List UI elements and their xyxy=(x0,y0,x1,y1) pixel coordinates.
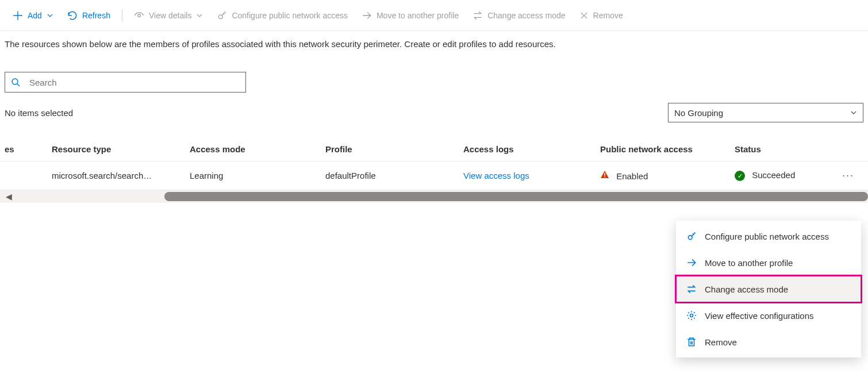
resources-table: es Resource type Access mode Profile Acc… xyxy=(0,137,868,203)
close-icon xyxy=(579,11,589,20)
add-label: Add xyxy=(28,11,42,20)
add-button[interactable]: Add xyxy=(7,7,59,24)
cell-pna: Enabled xyxy=(600,170,735,181)
view-details-label: View details xyxy=(149,11,191,20)
refresh-icon xyxy=(67,10,78,21)
move-profile-label: Move to another profile xyxy=(377,11,459,20)
row-actions-button[interactable]: ··· xyxy=(842,170,859,181)
selection-count: No items selected xyxy=(5,108,73,118)
column-header-partial[interactable]: es xyxy=(0,144,52,154)
search-box[interactable] xyxy=(5,72,246,93)
column-header-profile[interactable]: Profile xyxy=(325,144,463,154)
remove-button: Remove xyxy=(574,7,629,24)
column-header-access-logs[interactable]: Access logs xyxy=(463,144,600,154)
scroll-thumb[interactable] xyxy=(164,192,868,201)
page-description: The resources shown below are the member… xyxy=(0,31,868,49)
chevron-down-icon xyxy=(850,109,857,116)
eye-icon xyxy=(134,10,144,21)
toolbar-separator xyxy=(122,9,122,22)
column-header-access-mode[interactable]: Access mode xyxy=(190,144,325,154)
change-access-mode-button: Change access mode xyxy=(467,7,571,24)
column-header-status[interactable]: Status xyxy=(735,144,834,154)
view-details-button: View details xyxy=(128,7,209,24)
command-bar: Add Refresh View details Configure publi… xyxy=(0,0,868,31)
svg-point-0 xyxy=(138,14,141,17)
selection-grouping-row: No items selected No Grouping xyxy=(0,93,868,128)
plus-icon xyxy=(13,10,23,21)
cell-profile: defaultProfile xyxy=(325,171,463,180)
configure-pna-label: Configure public network access xyxy=(232,11,348,20)
remove-label: Remove xyxy=(593,11,623,20)
search-container xyxy=(0,49,868,93)
svg-rect-4 xyxy=(604,176,605,178)
grouping-dropdown[interactable]: No Grouping xyxy=(668,103,863,122)
refresh-label: Refresh xyxy=(82,11,110,20)
grouping-value: No Grouping xyxy=(674,108,723,118)
refresh-button[interactable]: Refresh xyxy=(62,7,116,24)
configure-pna-button: Configure public network access xyxy=(211,7,354,24)
move-profile-button: Move to another profile xyxy=(356,7,464,24)
cell-access-mode: Learning xyxy=(190,171,325,180)
scroll-left-arrow[interactable]: ◀ xyxy=(0,192,17,201)
table-header: es Resource type Access mode Profile Acc… xyxy=(0,137,868,161)
svg-rect-3 xyxy=(604,173,605,176)
chevron-down-icon xyxy=(196,12,203,19)
warning-icon xyxy=(600,170,609,179)
svg-point-2 xyxy=(12,79,18,84)
plug-icon xyxy=(217,10,227,21)
scroll-track[interactable] xyxy=(17,192,868,201)
success-icon: ✓ xyxy=(735,171,745,181)
cell-status: ✓ Succeeded xyxy=(735,170,834,182)
search-input[interactable] xyxy=(20,72,245,92)
arrow-right-icon xyxy=(362,10,372,21)
table-row[interactable]: microsoft.search/search… Learning defaul… xyxy=(0,161,868,190)
change-access-mode-label: Change access mode xyxy=(487,11,565,20)
swap-icon xyxy=(473,10,483,21)
chevron-down-icon xyxy=(47,12,53,19)
horizontal-scrollbar[interactable]: ◀ xyxy=(0,190,868,203)
column-header-resource-type[interactable]: Resource type xyxy=(52,144,190,154)
column-header-pna[interactable]: Public network access xyxy=(600,144,735,154)
search-icon xyxy=(11,78,20,87)
view-access-logs-link[interactable]: View access logs xyxy=(463,171,529,180)
cell-resource-type: microsoft.search/search… xyxy=(52,171,190,180)
